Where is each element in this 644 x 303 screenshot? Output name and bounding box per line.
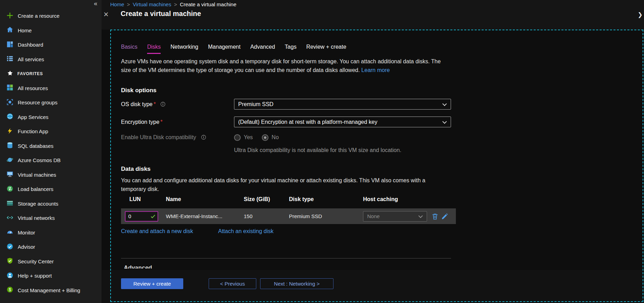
info-icon[interactable] [201,134,206,139]
dashboard-icon [7,41,13,49]
disk-options-heading: Disk options [121,87,156,94]
section-divider [121,258,451,258]
sidebar-item-label: All resources [18,85,48,91]
tab-review-create[interactable]: Review + create [306,44,346,54]
sidebar-item-label: Home [18,27,32,33]
os-disk-type-select[interactable]: Premium SSD [234,99,451,110]
sidebar-item-label: Advisor [18,244,35,250]
app-services-icon [7,113,13,121]
star-icon [7,70,13,77]
close-icon[interactable]: ✕ [103,10,109,18]
tab-tags[interactable]: Tags [285,44,297,54]
required-asterisk: * [154,101,156,107]
virtual-network-icon [7,214,13,222]
ultra-disk-row: Enable Ultra Disk compatibility Yes No [121,133,559,142]
sidebar-item-advisor[interactable]: Advisor [0,240,102,254]
sidebar-item-all-services[interactable]: All services [0,52,102,67]
sidebar-item-load-balancers[interactable]: Load balancers [0,182,102,197]
sidebar-item-label: Dashboard [18,42,43,48]
column-lun: LUN [129,196,166,202]
lightning-icon [7,128,13,135]
os-disk-type-value: Premium SSD [238,101,273,107]
radio-label-yes: Yes [244,134,253,141]
radio-circle-selected-icon [262,134,268,141]
disk-type-cell: Premium SSD [289,213,363,219]
sidebar: « Create a resource Home Dashboard All s… [0,0,102,303]
ultra-disk-radio-no: No [262,134,279,141]
ultra-disk-radio-group: Yes No [234,133,279,142]
learn-more-link[interactable]: Learn more [361,67,390,73]
sidebar-item-label: SQL databases [18,143,54,149]
database-icon [7,142,13,150]
sidebar-item-help-support[interactable]: Help + support [0,269,102,283]
sidebar-item-create-a-resource[interactable]: Create a resource [0,9,102,23]
column-name: Name [166,196,244,202]
sidebar-item-label: App Services [18,114,48,120]
column-host-caching: Host caching [363,196,456,202]
disk-size-cell: 150 [244,213,289,219]
sidebar-item-resource-groups[interactable]: Resource groups [0,95,102,110]
disk-name-cell: WME-External-Instanc... [166,213,244,219]
review-create-button[interactable]: Review + create [121,278,183,289]
sidebar-item-cost-management-billing[interactable]: $ Cost Management + Billing [0,283,102,298]
sidebar-item-label: Monitor [18,230,35,236]
sidebar-item-all-resources[interactable]: All resources [0,81,102,96]
encryption-type-value: (Default) Encryption at rest with a plat… [238,119,377,125]
sidebar-item-sql-databases[interactable]: SQL databases [0,139,102,153]
sidebar-item-label: Storage accounts [18,201,58,207]
breadcrumb-link-virtual-machines[interactable]: Virtual machines [133,1,171,7]
sidebar-item-security-center[interactable]: Security Center [0,254,102,269]
ultra-disk-label: Enable Ultra Disk compatibility [121,133,206,142]
previous-button[interactable]: < Previous [209,278,256,289]
breadcrumb-link-home[interactable]: Home [110,1,124,7]
info-icon[interactable] [160,99,166,105]
intro-body: Azure VMs have one operating system disk… [121,58,441,73]
sidebar-item-label: Resource groups [18,99,57,105]
tab-disks[interactable]: Disks [147,44,161,54]
tab-management[interactable]: Management [208,44,240,54]
tab-basics[interactable]: Basics [121,44,137,54]
flyout-chevron-icon[interactable]: ❯ [638,11,643,18]
gauge-icon [7,229,13,236]
sidebar-item-virtual-networks[interactable]: Virtual networks [0,211,102,225]
required-asterisk: * [160,119,162,125]
favorites-label: FAVORITES [17,71,43,76]
home-icon [7,26,13,34]
sidebar-item-azure-cosmos-db[interactable]: Azure Cosmos DB [0,153,102,168]
next-networking-button[interactable]: Next : Networking > [260,278,333,289]
os-disk-type-row: OS disk type* Premium SSD [121,99,559,110]
dollar-circle-icon: $ [7,286,13,294]
sidebar-collapse-icon[interactable]: « [94,0,97,7]
sidebar-item-label: Virtual machines [18,172,56,178]
encryption-type-select[interactable]: (Default) Encryption at rest with a plat… [234,117,451,127]
sidebar-favorites-section: FAVORITES [0,66,102,81]
sidebar-item-monitor[interactable]: Monitor [0,225,102,240]
attach-existing-disk-link[interactable]: Attach an existing disk [218,228,273,234]
clipped-section-heading: Advanced [124,264,152,269]
sidebar-item-virtual-machines[interactable]: Virtual machines [0,168,102,182]
host-caching-value: None [367,213,380,219]
sidebar-item-function-app[interactable]: Function App [0,124,102,139]
radio-label-no: No [272,134,279,141]
radio-circle-icon [234,134,241,141]
sidebar-item-storage-accounts[interactable]: Storage accounts [0,197,102,211]
breadcrumb-separator: > [174,1,177,7]
lun-input[interactable]: 0 [125,211,158,222]
sidebar-item-dashboard[interactable]: Dashboard [0,38,102,52]
delete-disk-icon[interactable] [432,213,438,220]
data-disk-table-row: 0 WME-External-Instanc... 150 Premium SS… [121,208,456,224]
sidebar-item-label: Load balancers [18,186,54,192]
tab-advanced[interactable]: Advanced [250,44,275,54]
tab-networking[interactable]: Networking [170,44,198,54]
virtual-machine-icon [7,171,13,178]
data-disks-table-header: LUN Name Size (GiB) Disk type Host cachi… [121,196,456,202]
sidebar-item-home[interactable]: Home [0,23,102,38]
breadcrumb-separator: > [127,1,130,7]
sidebar-item-app-services[interactable]: App Services [0,110,102,125]
data-disk-actions: Create and attach a new disk Attach an e… [121,228,273,234]
advisor-icon [7,243,13,251]
edit-disk-icon[interactable] [441,213,448,220]
create-attach-new-disk-link[interactable]: Create and attach a new disk [121,228,193,234]
chevron-down-icon [442,102,447,106]
chevron-down-icon [418,214,423,218]
